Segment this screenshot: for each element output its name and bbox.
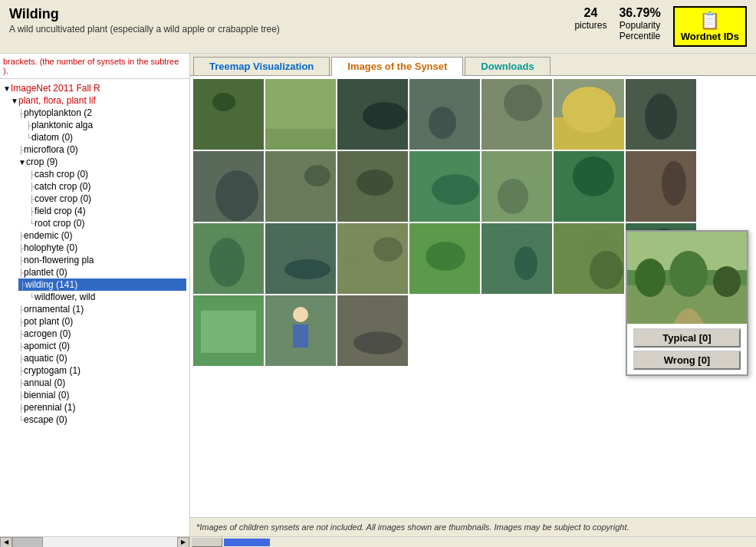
tree-item-crop[interactable]: ▼crop (9) <box>18 156 186 168</box>
image-thumbnail[interactable] <box>626 151 696 222</box>
sidebar-pre-text: brackets. (the number of synsets in the … <box>0 54 189 79</box>
svg-rect-24 <box>265 151 336 222</box>
image-thumbnail[interactable] <box>337 223 408 294</box>
svg-point-8 <box>363 102 407 130</box>
image-thumbnail[interactable] <box>265 295 336 366</box>
tree-item-phytoplankton[interactable]: ├ phytoplankton (2 <box>18 107 186 119</box>
tab-treemap[interactable]: Treemap Visualization <box>193 57 330 75</box>
footer-note: *Images of children synsets are not incl… <box>190 517 756 536</box>
scroll-thumb-h[interactable] <box>12 537 43 548</box>
sidebar-tree[interactable]: ▼ImageNet 2011 Fall R ▼plant, flora, pla… <box>0 79 189 536</box>
tree-item-wildflower[interactable]: └ wildflower, wild <box>29 291 186 303</box>
image-thumbnail[interactable] <box>409 151 480 222</box>
image-thumbnail[interactable] <box>193 223 264 294</box>
svg-point-23 <box>215 170 258 221</box>
svg-point-68 <box>293 307 308 322</box>
tree-item-non-flowering[interactable]: ├ non-flowering pla <box>18 254 186 266</box>
svg-point-2 <box>212 93 235 111</box>
typical-button[interactable]: Typical [0] <box>633 328 741 348</box>
wordnet-icon: 📋 <box>681 11 739 31</box>
svg-point-50 <box>373 237 403 262</box>
image-thumbnail[interactable] <box>482 151 552 222</box>
image-thumbnail[interactable] <box>482 79 552 150</box>
image-thumbnail[interactable] <box>554 223 624 294</box>
svg-point-25 <box>270 171 291 186</box>
image-thumbnail[interactable] <box>193 295 264 366</box>
image-thumbnail[interactable] <box>193 79 264 150</box>
image-thumbnail[interactable] <box>554 151 624 222</box>
popularity-value: 36.79% <box>619 6 660 20</box>
scroll-right-arrow[interactable]: ▶ <box>177 537 189 548</box>
tree-item-plant[interactable]: ▼plant, flora, plant lif <box>11 94 186 107</box>
svg-point-77 <box>669 251 708 297</box>
tree-item-annual[interactable]: ├ annual (0) <box>18 377 186 389</box>
picture-count-block: 24 pictures <box>574 6 606 31</box>
svg-rect-69 <box>293 325 308 348</box>
progress-bar-area <box>190 536 756 547</box>
tree-item-imagenet[interactable]: ▼ImageNet 2011 Fall R <box>3 82 186 94</box>
svg-point-53 <box>426 242 465 271</box>
tree-item-cover-crop[interactable]: ├ cover crop (0) <box>29 193 186 205</box>
scroll-left-arrow[interactable]: ◀ <box>0 537 12 548</box>
image-thumbnail[interactable] <box>265 151 336 222</box>
wordnet-label: Wordnet IDs <box>681 31 739 42</box>
popularity-block: 36.79% Popularity Percentile <box>619 6 660 41</box>
header: Wilding A wild uncultivated plant (espec… <box>0 0 756 54</box>
tree-item-cryptogam[interactable]: ├ cryptogam (1) <box>18 364 186 377</box>
wordnet-button[interactable]: 📋 Wordnet IDs <box>673 6 747 47</box>
image-thumbnail[interactable] <box>265 223 336 294</box>
image-thumbnail[interactable] <box>193 151 264 222</box>
app-container: Wilding A wild uncultivated plant (espec… <box>0 0 756 547</box>
tree-item-holophyte[interactable]: ├ holophyte (0) <box>18 242 186 254</box>
tree-item-diatom[interactable]: └ diatom (0) <box>26 131 186 143</box>
svg-point-72 <box>353 331 403 354</box>
svg-point-20 <box>645 94 677 140</box>
tree-item-plantlet[interactable]: ├ plantlet (0) <box>18 266 186 278</box>
tooltip-image-svg <box>627 232 747 324</box>
progress-btn-left[interactable] <box>192 538 222 547</box>
image-thumbnail[interactable] <box>265 79 336 150</box>
svg-point-14 <box>504 84 542 121</box>
percentile-label: Percentile <box>619 31 660 41</box>
tree-item-aquatic[interactable]: ├ aquatic (0) <box>18 352 186 364</box>
image-thumbnail[interactable] <box>337 79 408 150</box>
tree-item-biennial[interactable]: ├ biennial (0) <box>18 389 186 401</box>
tree-item-wilding[interactable]: ├ wilding (141) <box>18 278 186 291</box>
image-thumbnail[interactable] <box>626 79 696 150</box>
tree-item-pot-plant[interactable]: ├ pot plant (0) <box>18 315 186 328</box>
tree-item-field-crop[interactable]: ├ field crop (4) <box>29 205 186 217</box>
image-thumbnail[interactable] <box>337 151 408 222</box>
image-thumbnail[interactable] <box>554 79 624 150</box>
tree-item-endemic[interactable]: ├ endemic (0) <box>18 229 186 242</box>
scroll-track-h[interactable] <box>12 537 177 548</box>
tree-item-cash-crop[interactable]: ├ cash crop (0) <box>29 168 186 180</box>
progress-bar <box>224 539 270 546</box>
image-thumbnail[interactable] <box>409 223 480 294</box>
tree-item-microflora[interactable]: ├ microflora (0) <box>18 143 186 156</box>
tree-item-catch-crop[interactable]: ├ catch crop (0) <box>29 180 186 193</box>
svg-point-76 <box>635 259 666 297</box>
image-thumbnail[interactable] <box>337 295 408 366</box>
image-thumbnail[interactable] <box>409 79 480 150</box>
sidebar-hscroll[interactable]: ◀ ▶ <box>0 536 189 547</box>
wrong-button[interactable]: Wrong [0] <box>633 351 741 370</box>
tree-item-escape[interactable]: └ escape (0) <box>18 414 186 426</box>
svg-point-56 <box>514 246 537 280</box>
tree-item-acrogen[interactable]: ├ acrogen (0) <box>18 328 186 340</box>
tree-item-root-crop[interactable]: └ root crop (0) <box>29 217 186 229</box>
tree-item-planktonic[interactable]: ├ planktonic alga <box>26 119 186 131</box>
image-thumbnail[interactable] <box>482 223 552 294</box>
svg-point-78 <box>713 266 741 297</box>
tree-item-apomict[interactable]: ├ apomict (0) <box>18 340 186 352</box>
svg-point-17 <box>562 87 616 133</box>
svg-point-44 <box>209 238 245 287</box>
page-title: Wilding <box>9 6 574 22</box>
header-right: 24 pictures 36.79% Popularity Percentile… <box>574 6 747 47</box>
svg-rect-5 <box>265 79 336 129</box>
svg-point-49 <box>339 255 366 271</box>
tree-item-ornamental[interactable]: ├ ornamental (1) <box>18 303 186 315</box>
sidebar: brackets. (the number of synsets in the … <box>0 54 190 547</box>
tab-downloads[interactable]: Downloads <box>465 57 550 75</box>
tab-images[interactable]: Images of the Synset <box>331 57 463 76</box>
tree-item-perennial[interactable]: ├ perennial (1) <box>18 401 186 414</box>
